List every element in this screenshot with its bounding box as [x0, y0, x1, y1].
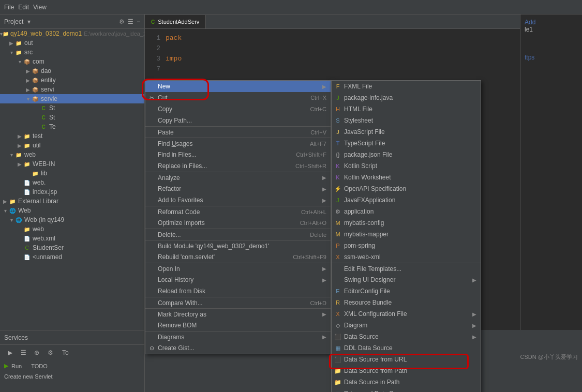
tree-item-webin[interactable]: ▾ 🌐 Web (in qy149	[0, 215, 144, 224]
menu-reload[interactable]: Reload from Disk	[145, 285, 331, 297]
submenu-swing-ui[interactable]: Swing UI Designer ▶	[332, 274, 481, 285]
panel-gear-icon[interactable]: ⚙	[119, 18, 125, 25]
tree-item-st2[interactable]: C St	[0, 113, 144, 122]
menu-find-files[interactable]: Find in Files... Ctrl+Shift+F	[145, 149, 331, 160]
submenu-edit-templates[interactable]: Edit File Templates...	[332, 263, 481, 274]
tree-item-root[interactable]: ▾ 📁 qy149_web_0302_demo1 E:\workarea\jav…	[0, 29, 144, 38]
submenu-xml-config[interactable]: X XML Configuration File ▶	[332, 308, 481, 320]
tree-item-util[interactable]: ▶ 📁 util	[0, 141, 144, 150]
submenu-kotlin[interactable]: K Kotlin Script	[332, 160, 481, 172]
submenu-datasource-path[interactable]: 📁 Data Source from Path	[332, 365, 481, 376]
submenu-pom-spring[interactable]: P pom-spring	[332, 240, 481, 251]
menu-cut[interactable]: ✂ Cut Ctrl+X	[145, 92, 331, 103]
submenu-resource-bundle[interactable]: R Resource Bundle	[332, 297, 481, 308]
menu-file[interactable]: File	[4, 4, 14, 11]
tab-studentaddserv[interactable]: C StudentAddServ	[145, 15, 206, 28]
menu-edit[interactable]: Edit	[18, 4, 29, 11]
menu-rebuild[interactable]: Rebuild 'com.servlet' Ctrl+Shift+F9	[145, 251, 331, 263]
cut-icon: ✂	[147, 95, 156, 101]
compare-shortcut: Ctrl+D	[310, 300, 326, 306]
menu-mark-dir[interactable]: Mark Directory as ▶	[145, 308, 331, 320]
submenu-stylesheet[interactable]: S Stylesheet	[332, 115, 481, 126]
submenu-kotlin-ws[interactable]: K Kotlin Worksheet	[332, 172, 481, 183]
driver-datasource-icon: ▦	[334, 390, 342, 393]
services-run-row: ▶ Run TODO	[4, 363, 140, 369]
panel-dropdown-icon[interactable]: ▾	[27, 18, 31, 25]
menu-build-module[interactable]: Build Module 'qy149_web_0302_demo1'	[145, 240, 331, 251]
tree-item-servle[interactable]: ▾ 📦 servle	[0, 94, 144, 103]
menu-find-usages[interactable]: Find Usages Alt+F7	[145, 138, 331, 149]
tree-item-te[interactable]: C Te	[0, 122, 144, 131]
submenu-datasource-in-path[interactable]: 📁 Data Source in Path	[332, 376, 481, 388]
submenu-mybatis-config[interactable]: M mybatis-config	[332, 217, 481, 229]
submenu-mybatis-mapper[interactable]: M mybatis-mapper	[332, 229, 481, 240]
tree-item-servi[interactable]: ▶ 📦 servi	[0, 85, 144, 94]
menu-copy-path[interactable]: Copy Path...	[145, 115, 331, 126]
submenu-javascript[interactable]: J JavaScript File	[332, 126, 481, 138]
tree-item-test[interactable]: ▶ 📁 test	[0, 131, 144, 141]
submenu-javafx[interactable]: J JavaFXApplication	[332, 194, 481, 206]
submenu-ddl-datasource[interactable]: ▦ DDL Data Source	[332, 342, 481, 354]
tree-item-index[interactable]: 📄 index.jsp	[0, 187, 144, 197]
submenu-html[interactable]: H HTML File	[332, 103, 481, 115]
menu-replace-files[interactable]: Replace in Files... Ctrl+Shift+R	[145, 160, 331, 172]
services-run-btn[interactable]: ▶	[4, 347, 16, 358]
tree-item-out[interactable]: ▶ 📁 out	[0, 38, 144, 48]
services-settings-btn[interactable]: ⚙	[44, 347, 56, 358]
menu-optimize[interactable]: Optimize Imports Ctrl+Alt+O	[145, 217, 331, 229]
tree-item-webxml[interactable]: 📄 web.xml	[0, 234, 144, 243]
tree-item-src[interactable]: ▾ 📁 src	[0, 48, 144, 57]
menu-copy-path-label: Copy Path...	[158, 117, 326, 124]
menu-delete[interactable]: Delete... Delete	[145, 229, 331, 240]
menu-create-gist[interactable]: ⊙ Create Gist...	[145, 342, 331, 354]
tree-item-unnamed[interactable]: 📄 <unnamed	[0, 252, 144, 262]
menu-copy[interactable]: Copy Ctrl+C	[145, 103, 331, 115]
menu-analyze[interactable]: Analyze ▶	[145, 172, 331, 183]
tree-item-websub[interactable]: 📁 web	[0, 224, 144, 234]
menu-refactor[interactable]: Refactor ▶	[145, 183, 331, 194]
submenu-fxml[interactable]: F FXML File	[332, 81, 481, 92]
tree-item-studentser[interactable]: C StudentSer	[0, 243, 144, 252]
services-list-btn[interactable]: ☰	[18, 347, 29, 358]
tree-item-webinf[interactable]: ▶ 📁 WEB-IN	[0, 159, 144, 169]
menu-paste[interactable]: Paste Ctrl+V	[145, 126, 331, 138]
menu-diagrams[interactable]: Diagrams ▶	[145, 331, 331, 342]
submenu-editorconfig[interactable]: E EditorConfig File	[332, 285, 481, 297]
tree-item-web2[interactable]: 📄 web.	[0, 178, 144, 187]
submenu-package-info[interactable]: J package-info.java	[332, 92, 481, 103]
submenu-datasource-url[interactable]: ⬛ Data Source from URL	[332, 354, 481, 365]
submenu-application[interactable]: ⚙ application	[332, 206, 481, 217]
tree-item-lib[interactable]: 📁 lib	[0, 169, 144, 178]
pom-spring-icon: P	[334, 243, 342, 249]
menu-view[interactable]: View	[33, 4, 47, 11]
menu-add-favorites[interactable]: Add to Favorites ▶	[145, 194, 331, 206]
tree-item-com[interactable]: ▾ 📦 com	[0, 57, 144, 66]
menu-local-history[interactable]: Local History ▶	[145, 274, 331, 285]
menu-compare[interactable]: Compare With... Ctrl+D	[145, 297, 331, 308]
tree-item-entity[interactable]: ▶ 📦 entity	[0, 76, 144, 85]
submenu-ssm-web-xml[interactable]: X ssm-web-xml	[332, 251, 481, 263]
tree-item-web[interactable]: ▾ 📁 web	[0, 150, 144, 159]
menu-open-in[interactable]: Open In ▶	[145, 263, 331, 274]
submenu-data-source[interactable]: ⬛ Data Source ▶	[332, 331, 481, 342]
submenu-packagejson[interactable]: {} package.json File	[332, 149, 481, 160]
tree-label-servi: servi	[41, 86, 54, 93]
submenu-typescript[interactable]: T TypeScript File	[332, 138, 481, 149]
open-in-arrow-icon: ▶	[322, 266, 326, 272]
tree-item-webgroup[interactable]: ▾ 🌐 Web	[0, 206, 144, 215]
menu-new[interactable]: New ▶	[145, 81, 331, 92]
submenu-diagram[interactable]: ◇ Diagram ▶	[332, 320, 481, 331]
submenu-openapi[interactable]: ⚡ OpenAPI Specification	[332, 183, 481, 194]
tree-item-dao[interactable]: ▶ 📦 dao	[0, 66, 144, 76]
tree-label-st2: St	[49, 114, 55, 121]
tree-label-index: index.jsp	[33, 188, 57, 195]
tree-item-st1[interactable]: C St	[0, 103, 144, 113]
submenu-driver-datasource[interactable]: ▦ Driver and Data Source	[332, 388, 481, 392]
menu-reformat[interactable]: Reformat Code Ctrl+Alt+L	[145, 206, 331, 217]
services-filter-btn[interactable]: ⊕	[31, 347, 42, 358]
line-number-3: 3	[145, 54, 166, 64]
tree-item-extlib[interactable]: ▶ 📁 External Librar	[0, 197, 144, 206]
menu-remove-bom[interactable]: Remove BOM	[145, 320, 331, 331]
panel-collapse-icon[interactable]: −	[137, 18, 140, 25]
panel-list-icon[interactable]: ☰	[128, 18, 133, 25]
